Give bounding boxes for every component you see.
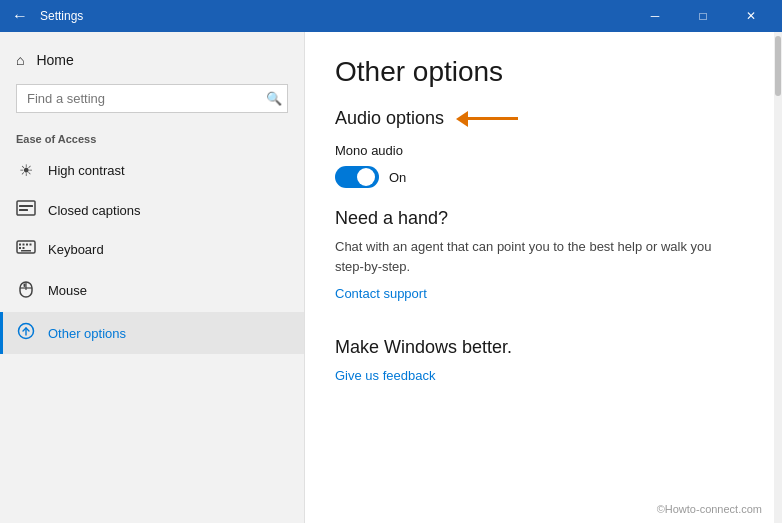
contact-support-link[interactable]: Contact support (335, 286, 427, 301)
need-hand-heading: Need a hand? (335, 208, 752, 229)
closed-captions-icon (16, 200, 36, 220)
svg-rect-0 (17, 201, 35, 215)
window-controls: ─ □ ✕ (632, 0, 774, 32)
mono-audio-toggle-row: On (335, 166, 752, 188)
high-contrast-icon: ☀ (16, 161, 36, 180)
search-icon[interactable]: 🔍 (266, 91, 282, 106)
need-hand-section: Need a hand? Chat with an agent that can… (335, 208, 752, 321)
sidebar-item-home[interactable]: ⌂ Home (0, 44, 304, 76)
svg-rect-2 (19, 209, 28, 211)
mono-audio-label: Mono audio (335, 143, 752, 158)
sidebar-item-other-options[interactable]: Other options (0, 312, 304, 354)
sidebar-home-label: Home (36, 52, 73, 68)
sidebar: ⌂ Home 🔍 Ease of Access ☀ High contrast (0, 32, 305, 523)
svg-rect-4 (19, 244, 21, 246)
svg-rect-9 (23, 247, 25, 249)
mouse-icon (16, 278, 36, 302)
toggle-thumb (357, 168, 375, 186)
search-box: 🔍 (16, 84, 288, 113)
audio-arrow-annotation (456, 111, 518, 127)
mono-audio-toggle[interactable] (335, 166, 379, 188)
app-body: ⌂ Home 🔍 Ease of Access ☀ High contrast (0, 32, 782, 523)
main-content: Other options Audio options Mono audio O… (305, 32, 782, 523)
page-title: Other options (335, 56, 752, 88)
title-bar-title: Settings (40, 9, 624, 23)
svg-rect-14 (24, 284, 26, 288)
search-input[interactable] (16, 84, 288, 113)
svg-rect-5 (23, 244, 25, 246)
make-better-section: Make Windows better. Give us feedback (335, 337, 752, 403)
home-icon: ⌂ (16, 52, 24, 68)
make-better-heading: Make Windows better. (335, 337, 752, 358)
minimize-button[interactable]: ─ (632, 0, 678, 32)
sidebar-item-label: Other options (48, 326, 126, 341)
arrow-head (456, 111, 468, 127)
keyboard-icon (16, 240, 36, 258)
give-feedback-link[interactable]: Give us feedback (335, 368, 435, 383)
sidebar-item-label: High contrast (48, 163, 125, 178)
sidebar-item-label: Keyboard (48, 242, 104, 257)
sidebar-item-label: Mouse (48, 283, 87, 298)
close-button[interactable]: ✕ (728, 0, 774, 32)
ease-of-access-label: Ease of Access (0, 121, 304, 151)
svg-rect-7 (30, 244, 32, 246)
sidebar-item-mouse[interactable]: Mouse (0, 268, 304, 312)
sidebar-item-closed-captions[interactable]: Closed captions (0, 190, 304, 230)
back-button[interactable]: ← (8, 4, 32, 28)
title-bar: ← Settings ─ □ ✕ (0, 0, 782, 32)
svg-rect-8 (19, 247, 21, 249)
toggle-state-label: On (389, 170, 406, 185)
sidebar-item-keyboard[interactable]: Keyboard (0, 230, 304, 268)
need-hand-description: Chat with an agent that can point you to… (335, 237, 715, 276)
svg-rect-1 (19, 205, 33, 207)
audio-options-heading: Audio options (335, 108, 444, 129)
scrollbar[interactable] (774, 32, 782, 523)
arrow-line (468, 117, 518, 120)
svg-rect-6 (26, 244, 28, 246)
scrollbar-thumb (775, 36, 781, 96)
audio-section-heading-row: Audio options (335, 108, 752, 129)
sidebar-item-high-contrast[interactable]: ☀ High contrast (0, 151, 304, 190)
svg-rect-10 (21, 250, 31, 252)
maximize-button[interactable]: □ (680, 0, 726, 32)
watermark: ©Howto-connect.com (657, 503, 762, 515)
other-options-icon (16, 322, 36, 344)
sidebar-item-label: Closed captions (48, 203, 141, 218)
